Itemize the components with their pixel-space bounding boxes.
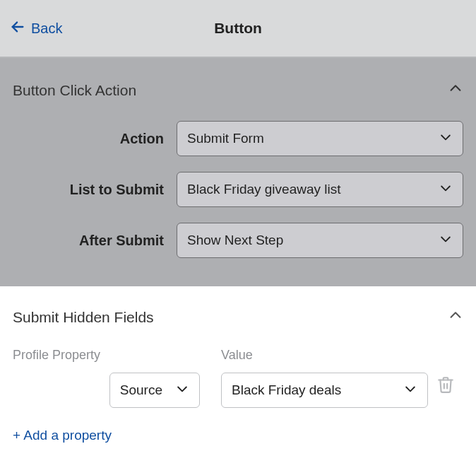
back-label: Back (31, 21, 62, 37)
trash-icon (436, 383, 455, 397)
section-button-click-action: Button Click Action Action Submit Form L… (0, 58, 476, 286)
row-after: After Submit Show Next Step (13, 223, 463, 258)
chevron-down-icon (439, 130, 453, 148)
chevron-up-icon (448, 308, 463, 327)
section-header-hidden[interactable]: Submit Hidden Fields (13, 308, 463, 327)
back-arrow-icon (10, 19, 25, 38)
label-action: Action (13, 131, 177, 147)
select-property[interactable]: Source (109, 373, 200, 408)
select-property-value: Source (120, 382, 162, 398)
select-value-value: Black Friday deals (232, 382, 341, 398)
hidden-fields-row: Profile Property Source Value Black Frid… (13, 348, 463, 408)
add-property-button[interactable]: + Add a property (13, 428, 112, 443)
chevron-up-icon (448, 81, 463, 100)
chevron-down-icon (439, 181, 453, 199)
select-list-value: Black Friday giveaway list (187, 182, 341, 197)
add-property-label: + Add a property (13, 428, 112, 443)
col-property: Profile Property Source (13, 348, 221, 408)
label-after: After Submit (13, 233, 177, 249)
row-list: List to Submit Black Friday giveaway lis… (13, 172, 463, 207)
select-after-value: Show Next Step (187, 233, 283, 248)
section-title-hidden: Submit Hidden Fields (13, 309, 154, 326)
select-action[interactable]: Submit Form (177, 121, 463, 156)
label-list: List to Submit (13, 182, 177, 198)
section-title-click: Button Click Action (13, 82, 136, 99)
col-delete (428, 348, 463, 398)
select-action-value: Submit Form (187, 131, 264, 146)
chevron-down-icon (175, 382, 189, 399)
select-value[interactable]: Black Friday deals (221, 373, 428, 408)
chevron-down-icon (403, 382, 417, 399)
page-title: Button (0, 20, 476, 37)
select-list[interactable]: Black Friday giveaway list (177, 172, 463, 207)
chevron-down-icon (439, 232, 453, 250)
col-value: Value Black Friday deals (221, 348, 428, 408)
col-label-value: Value (221, 348, 428, 363)
select-after[interactable]: Show Next Step (177, 223, 463, 258)
col-label-property: Profile Property (13, 348, 221, 363)
back-button[interactable]: Back (0, 19, 62, 38)
delete-row-button[interactable] (436, 348, 455, 398)
section-header-click[interactable]: Button Click Action (13, 81, 463, 100)
section-hidden-fields: Submit Hidden Fields Profile Property So… (0, 286, 476, 464)
row-action: Action Submit Form (13, 121, 463, 156)
topbar: Back Button (0, 0, 476, 58)
